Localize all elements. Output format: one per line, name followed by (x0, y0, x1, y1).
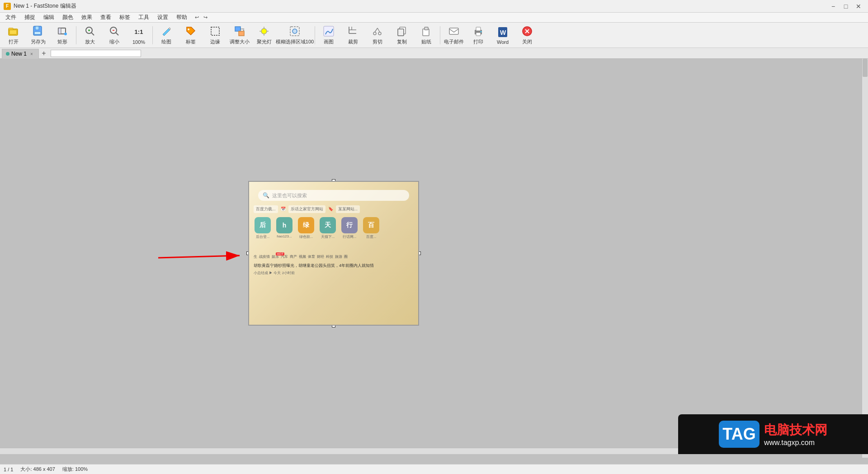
tab-close-button[interactable]: × (28, 51, 35, 57)
title-bar: F New 1 - FastStone 编辑器 − □ ✕ (0, 0, 868, 13)
menu-color[interactable]: 颜色 (59, 13, 77, 22)
tool-copy[interactable]: 复制 (390, 24, 414, 47)
tool-close[interactable]: 关闭 (515, 24, 539, 47)
status-bar: 1 / 1 大小: 486 x 407 缩放: 100% (0, 464, 868, 474)
tool-print[interactable]: 打印 (467, 24, 490, 47)
paste-icon (420, 25, 433, 38)
menu-effect[interactable]: 效果 (78, 13, 96, 22)
border-icon (209, 25, 222, 38)
rect-icon (56, 25, 69, 38)
svg-rect-7 (58, 28, 61, 34)
svg-line-35 (377, 28, 380, 32)
menu-edit[interactable]: 编辑 (40, 13, 58, 22)
menu-view[interactable]: 查看 (97, 13, 115, 22)
zoom100-icon: 1:1 (132, 26, 145, 38)
tool-rect[interactable]: 矩形 (51, 24, 74, 47)
tool-zoomin[interactable]: 放大 (78, 24, 102, 47)
svg-rect-18 (235, 27, 241, 31)
ss-nav2-fangchan: 商产 (290, 254, 297, 259)
ss-nav2-yiqing: 战疫情 (259, 254, 270, 259)
menu-help[interactable]: 帮助 (173, 13, 191, 22)
tool-tag[interactable]: 标签 (179, 24, 203, 47)
email-icon (448, 25, 460, 38)
tab-new1[interactable]: New 1 × (2, 49, 39, 59)
tool-email[interactable]: 电子邮件 (442, 24, 466, 47)
svg-rect-43 (476, 33, 481, 36)
toolbar: 打开 另存为 矩形 (0, 23, 868, 48)
ss-nav2-shipin: 视频 (299, 254, 306, 259)
email-label: 电子邮件 (444, 38, 464, 45)
redo-button[interactable]: ↪ (202, 14, 209, 20)
tag-text: TAG (722, 425, 755, 444)
tool-border[interactable]: 边缘 (203, 24, 227, 47)
maximize-button[interactable]: □ (840, 2, 852, 11)
minimize-button[interactable]: − (827, 2, 839, 11)
tool-saveas[interactable]: 另存为 (26, 24, 50, 47)
canvas-area: 🔍 这里也可以搜索 百度力载... 📅 乐话之家官方网站 🔖 某某网站... 后… (0, 59, 868, 464)
tool-huatu[interactable]: 画图 (317, 24, 340, 47)
menu-tools[interactable]: 工具 (135, 13, 153, 22)
tool-zoom100[interactable]: 1:1 100% (127, 24, 151, 47)
scrollbar-vertical[interactable] (862, 59, 868, 458)
svg-line-34 (375, 28, 377, 32)
tab-add-button[interactable]: + (39, 48, 49, 58)
ss-icon-box-5: 行 (341, 217, 358, 233)
watermark-url: www.tagxp.com (764, 439, 815, 447)
tab-bar: New 1 × + (0, 48, 868, 59)
svg-rect-19 (239, 31, 244, 36)
close-button[interactable]: ✕ (853, 2, 864, 11)
draw-icon (160, 25, 173, 38)
ss-nav: 百度力载... 📅 乐话之家官方网站 🔖 某某网站... (254, 204, 414, 213)
ss-content: 生 战疫情 娱乐HOT 汽车 商产 视频 体育 财经 科技 旅游 圈 胡歌黄磊宁… (254, 254, 414, 275)
tag-label: 标签 (186, 38, 196, 45)
tool-resize[interactable]: 调整大小 (228, 24, 251, 47)
huatu-label: 画图 (324, 38, 334, 45)
ss-nav2-tiyu: 体育 (308, 254, 315, 259)
app-icon: F (4, 3, 11, 10)
tool-open[interactable]: 打开 (2, 24, 25, 47)
ss-icon-box-2: h (276, 217, 292, 233)
undo-button[interactable]: ↩ (193, 14, 200, 20)
tool-word[interactable]: W Word (491, 24, 514, 47)
print-icon (472, 25, 485, 38)
saveas-label: 另存为 (31, 38, 46, 45)
menu-tag[interactable]: 标签 (116, 13, 134, 22)
spotlight-label: 聚光灯 (257, 38, 272, 45)
ss-search-text: 这里也可以搜索 (272, 192, 307, 199)
svg-rect-4 (35, 26, 39, 30)
tool-spotlight[interactable]: 聚光灯 (252, 24, 276, 47)
ss-nav2-keji: 科技 (326, 254, 333, 259)
tool-crop[interactable]: 裁剪 (341, 24, 365, 47)
tool-zoomout[interactable]: 缩小 (103, 24, 126, 47)
watermark: TAG 电脑技术网 www.tagxp.com (678, 414, 868, 454)
border-label: 边缘 (210, 38, 220, 45)
ss-icon-3: 绿 绿色软... (297, 217, 315, 239)
screenshot-image: 🔍 这里也可以搜索 百度力载... 📅 乐话之家官方网站 🔖 某某网站... 后… (248, 181, 419, 326)
svg-rect-17 (211, 27, 219, 35)
open-icon (7, 25, 20, 38)
tab-search-input[interactable] (51, 50, 141, 57)
tool-draw[interactable]: 绘图 (155, 24, 178, 47)
tool-cut[interactable]: 剪切 (366, 24, 389, 47)
title-bar-controls: − □ ✕ (827, 2, 864, 11)
ss-search-icon: 🔍 (263, 192, 269, 199)
scrollbar-thumb-vertical[interactable] (863, 59, 868, 77)
huatu-icon (322, 25, 335, 38)
menu-settings[interactable]: 设置 (154, 13, 172, 22)
ss-icon-label-4: 天猫下... (319, 234, 337, 239)
rect-label: 矩形 (57, 38, 67, 45)
spotlight-icon (258, 25, 270, 38)
tool-magselect[interactable]: 模糊选择区域100 (277, 24, 313, 47)
svg-point-8 (64, 33, 67, 35)
tool-paste[interactable]: 贴纸 (415, 24, 438, 47)
ss-nav-item-3: 某某网站... (336, 205, 360, 213)
menu-file[interactable]: 文件 (2, 13, 20, 22)
svg-rect-39 (425, 27, 428, 30)
cut-icon (371, 25, 384, 38)
ss-headline: 胡歌黄磊宁婚纱照曝光，胡继童老公园头扭笑，4年前圈内人就知情 (254, 263, 414, 269)
watermark-right: 电脑技术网 www.tagxp.com (764, 422, 827, 447)
menu-capture[interactable]: 捕捉 (21, 13, 39, 22)
ss-nav2-zhan: 生 (254, 254, 257, 259)
svg-point-44 (481, 31, 482, 33)
ss-icon-label-6: 百度... (362, 234, 380, 239)
